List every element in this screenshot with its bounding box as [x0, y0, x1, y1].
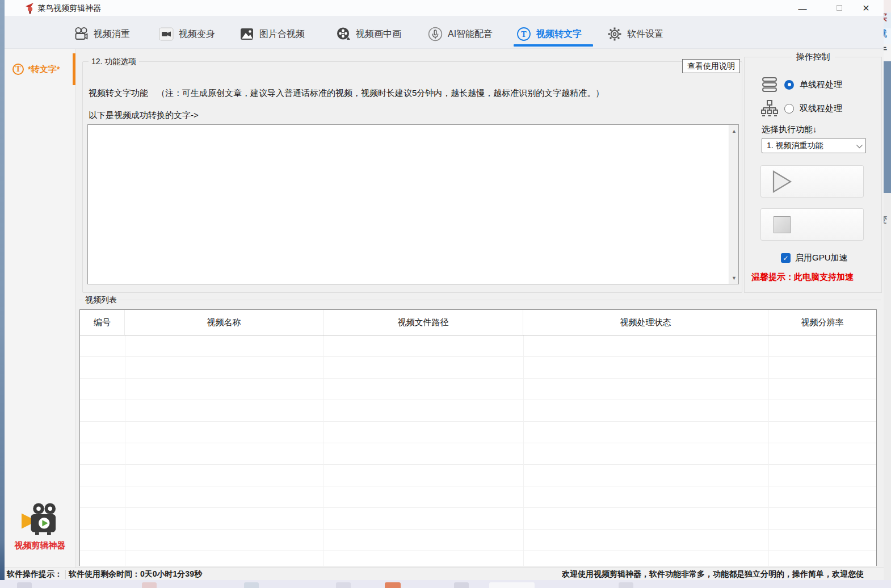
column-divider: [323, 335, 324, 566]
column-header-id[interactable]: 编号: [80, 310, 125, 335]
taskbar-icon: [619, 582, 633, 588]
edge-partial-char: 就: [884, 28, 887, 39]
column-header-status[interactable]: 视频处理状态: [523, 310, 768, 335]
film-reel-icon: [336, 27, 351, 41]
taskbar-icon: [489, 582, 535, 588]
edge-segment: [884, 0, 891, 12]
tab-label: AI智能配音: [448, 28, 493, 40]
tab-label: 软件设置: [627, 28, 663, 40]
edge-segment: 就: [884, 28, 891, 44]
sidebar-active-indicator: [73, 53, 75, 85]
column-header-path[interactable]: 视频文件路径: [323, 310, 523, 335]
gpu-acceleration-option[interactable]: ✓ 启用GPU加速: [781, 253, 848, 263]
transcript-area-frame: ▲ ▼: [87, 124, 739, 284]
table-header-row: 编号 视频名称 视频文件路径 视频处理状态 视频分辨率: [80, 310, 876, 335]
minimize-icon: —: [798, 3, 807, 13]
taskbar-icon: [336, 582, 351, 588]
app-window: 菜鸟视频剪辑神器 — ✕ 视频消重 视频变身 图片合视频: [5, 0, 884, 580]
status-bar: 软件操作提示： 软件使用剩余时间：0天0小时1分39秒 欢迎使用视频剪辑神器，软…: [5, 568, 884, 580]
edge-partial-char: 牛: [884, 44, 887, 55]
scroll-up-icon[interactable]: ▲: [729, 126, 739, 136]
transcript-textarea[interactable]: [88, 125, 738, 284]
letter-t-circle-icon: T: [516, 27, 531, 41]
tab-settings[interactable]: 软件设置: [607, 22, 663, 47]
tab-label: 图片合视频: [259, 28, 305, 40]
video-list-groupline: [79, 300, 881, 300]
dual-thread-option[interactable]: 双线程处理: [760, 99, 842, 117]
operation-control-panel: 操作控制 单线程处理 双线程处理 选择执行功能↓ 1. 视频消重: [744, 57, 882, 293]
picture-icon: [239, 27, 254, 41]
tab-label: 视频转文字: [536, 28, 582, 40]
dual-thread-radio[interactable]: [784, 104, 794, 114]
function-select-label: 选择执行功能↓: [762, 124, 817, 135]
tab-label: 视频变身: [179, 28, 215, 40]
function-options-group: 12. 功能选项 查看使用说明 视频转文字功能 （注：可生成原创文章，建议导入普…: [82, 61, 742, 293]
maximize-button[interactable]: [826, 0, 852, 16]
welcome-text: 欢迎使用视频剪辑神器，软件功能非常多，功能都是独立分明的，操作简单，欢迎您使: [562, 569, 880, 579]
tab-ai-dubbing[interactable]: AI智能配音: [428, 22, 493, 47]
microphone-icon: [428, 27, 443, 41]
view-instructions-button[interactable]: 查看使用说明: [682, 59, 740, 73]
taskbar-icon: [454, 582, 469, 588]
scroll-down-icon[interactable]: ▼: [729, 273, 739, 283]
taskbar-sliver: [0, 580, 891, 588]
status-hint-label: 软件操作提示：: [5, 569, 62, 579]
tab-bar: 视频消重 视频变身 图片合视频 视频画中画 AI智能配音: [5, 16, 884, 49]
tab-label: 视频画中画: [356, 28, 401, 40]
column-divider: [125, 335, 125, 566]
taskbar-icon: [385, 582, 401, 588]
active-tab-indicator: [514, 44, 593, 47]
edge-segment: 变: [884, 193, 891, 588]
app-logo-caption: 视频剪辑神器: [5, 540, 75, 551]
transcript-scrollbar[interactable]: ▲ ▼: [729, 125, 738, 284]
single-thread-option[interactable]: 单线程处理: [760, 75, 842, 94]
control-panel-title: 操作控制: [745, 52, 881, 62]
status-separator: [65, 570, 66, 579]
title-bar: 菜鸟视频剪辑神器 — ✕: [5, 0, 884, 16]
chevron-down-icon: [856, 141, 863, 148]
table-body-empty: [80, 335, 876, 566]
tab-picture-in-picture[interactable]: 视频画中画: [336, 22, 401, 47]
taskbar-icon: [142, 582, 157, 588]
tab-video-transform[interactable]: 视频变身: [159, 22, 215, 47]
tab-video-to-text[interactable]: T 视频转文字: [516, 22, 582, 47]
tab-image-to-video[interactable]: 图片合视频: [239, 22, 305, 47]
single-thread-radio[interactable]: [784, 80, 794, 90]
stacked-bars-icon: [760, 75, 779, 94]
function-select-dropdown[interactable]: 1. 视频消重功能: [762, 138, 866, 153]
edge-segment: [884, 61, 891, 193]
minimize-button[interactable]: —: [789, 0, 816, 16]
sidebar-item-to-text[interactable]: T *转文字*: [5, 57, 75, 82]
desktop-edge-left: [0, 0, 5, 588]
svg-text:T: T: [521, 30, 527, 39]
single-thread-label: 单线程处理: [800, 79, 842, 90]
video-list-title: 视频列表: [83, 295, 119, 305]
stop-button[interactable]: [760, 208, 864, 241]
function-description: 视频转文字功能 （注：可生成原创文章，建议导入普通话标准的视频，视频时长建议5分…: [89, 88, 604, 99]
start-button[interactable]: [760, 165, 864, 198]
app-logo-camera-icon: [20, 501, 61, 538]
app-icon: [25, 2, 35, 14]
function-group-title: 12. 功能选项: [89, 57, 139, 67]
taskbar-icon: [17, 582, 32, 588]
tab-video-dedup[interactable]: 视频消重: [74, 22, 130, 47]
function-select-value: 1. 视频消重功能: [767, 141, 823, 151]
edge-segment: 买: [884, 12, 891, 28]
main-content: 12. 功能选项 查看使用说明 视频转文字功能 （注：可生成原创文章，建议导入普…: [76, 49, 884, 568]
org-tree-icon: [760, 99, 779, 117]
close-button[interactable]: ✕: [853, 0, 879, 16]
desktop-edge-right: 买 就 牛 变: [884, 0, 891, 588]
stop-icon: [774, 216, 791, 233]
column-header-resolution[interactable]: 视频分辨率: [768, 310, 876, 335]
dual-thread-label: 双线程处理: [800, 103, 842, 114]
taskbar-icon: [244, 582, 259, 588]
window-title: 菜鸟视频剪辑神器: [37, 3, 101, 14]
video-camera-icon: [159, 27, 174, 41]
column-header-name[interactable]: 视频名称: [125, 310, 323, 335]
column-divider: [768, 335, 769, 566]
edge-segment: 牛: [884, 44, 891, 61]
checkbox-checked-icon[interactable]: ✓: [781, 253, 791, 263]
sidebar-item-label: *转文字*: [28, 64, 60, 75]
movie-camera-icon: [74, 27, 89, 41]
letter-t-icon: T: [12, 64, 24, 75]
